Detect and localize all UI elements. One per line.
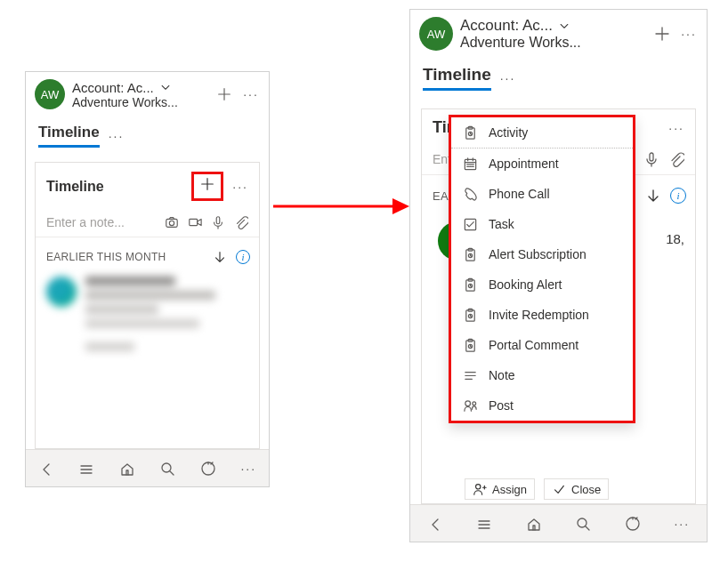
blurred-text — [85, 277, 248, 351]
header-title[interactable]: Account: Ac... — [460, 17, 553, 35]
clipboard-icon — [462, 337, 478, 353]
dropdown-item-label: Note — [489, 368, 515, 382]
post-icon — [462, 397, 478, 413]
nav-explore-button[interactable] — [198, 461, 219, 477]
dropdown-item-post[interactable]: Post — [451, 390, 633, 421]
mic-icon[interactable] — [211, 215, 225, 229]
dropdown-item-label: Task — [489, 217, 514, 231]
callout-arrow — [271, 196, 409, 217]
timeline-overflow-button[interactable]: ··· — [232, 180, 248, 194]
mobile-screenshot-closed: AW Account: Ac... Adventure Works... ···… — [25, 71, 270, 487]
tabs-overflow-button[interactable]: ··· — [500, 71, 516, 85]
clipboard-icon — [462, 277, 478, 293]
nav-back-button[interactable] — [36, 461, 57, 477]
nav-menu-button[interactable] — [76, 461, 97, 477]
dropdown-item-note[interactable]: Note — [451, 360, 633, 390]
header-add-button[interactable] — [215, 85, 233, 103]
bottom-nav: ··· — [26, 449, 269, 486]
chevron-down-icon[interactable] — [159, 81, 172, 93]
dropdown-item-invite-redemption[interactable]: Invite Redemption — [451, 300, 633, 330]
bottom-nav: ··· — [410, 504, 707, 542]
camera-icon[interactable] — [165, 215, 179, 229]
sort-down-icon[interactable] — [213, 250, 227, 264]
timeline-card: Timeline ··· Enter a note... EARLIER THI… — [35, 162, 260, 449]
account-avatar[interactable]: AW — [35, 79, 65, 109]
header-subtitle: Adventure Works... — [460, 35, 646, 51]
note-input[interactable]: Enter a note... — [46, 215, 165, 229]
add-activity-dropdown: ActivityAppointmentPhone CallTaskAlert S… — [449, 115, 635, 423]
task-icon — [462, 216, 478, 232]
info-icon[interactable]: i — [236, 250, 250, 264]
header-subtitle: Adventure Works... — [72, 95, 208, 109]
section-tabs: Timeline ··· — [410, 56, 707, 91]
header-text: Account: Ac... Adventure Works... — [460, 17, 646, 51]
header: AW Account: Ac... Adventure Works... ··· — [26, 72, 269, 115]
dropdown-item-task[interactable]: Task — [451, 209, 633, 239]
timeline-item-blurred — [36, 269, 259, 358]
add-activity-button-highlighted[interactable] — [191, 172, 223, 201]
tab-timeline[interactable]: Timeline — [423, 65, 491, 91]
calendar-icon — [462, 156, 478, 172]
trailing-date-text: 18, — [666, 231, 684, 246]
dropdown-item-activity[interactable]: Activity — [451, 117, 633, 149]
section-tabs: Timeline ··· — [26, 115, 269, 148]
nav-back-button[interactable] — [425, 516, 446, 532]
close-label: Close — [571, 483, 601, 496]
sort-down-icon[interactable] — [645, 188, 661, 204]
check-icon — [552, 482, 566, 496]
assign-label: Assign — [492, 483, 527, 496]
clipboard-icon — [462, 124, 478, 140]
info-icon[interactable]: i — [670, 188, 686, 204]
dropdown-item-portal-comment[interactable]: Portal Comment — [451, 330, 633, 360]
note-icon — [462, 367, 478, 383]
timeline-card: Tim ··· Ente EAR i KA — [421, 108, 696, 504]
nav-menu-button[interactable] — [473, 516, 495, 532]
header-overflow-button[interactable]: ··· — [242, 85, 260, 103]
chevron-down-icon[interactable] — [558, 20, 570, 32]
mobile-screenshot-dropdown: AW Account: Ac... Adventure Works... ···… — [409, 9, 708, 542]
tab-timeline[interactable]: Timeline — [38, 124, 100, 148]
mic-icon[interactable] — [643, 151, 659, 167]
svg-marker-15 — [392, 198, 409, 214]
nav-overflow-button[interactable]: ··· — [671, 517, 692, 531]
clipboard-icon — [462, 307, 478, 323]
dropdown-item-label: Invite Redemption — [489, 308, 589, 322]
account-avatar[interactable]: AW — [419, 17, 453, 51]
header-text: Account: Ac... Adventure Works... — [72, 80, 208, 109]
dropdown-item-label: Booking Alert — [489, 277, 562, 292]
dropdown-item-label: Appointment — [489, 157, 559, 171]
video-icon[interactable] — [188, 215, 202, 229]
timeline-group-label: EARLIER THIS MONTH — [46, 251, 166, 263]
attachment-icon[interactable] — [668, 151, 684, 167]
dropdown-item-label: Activity — [489, 125, 528, 140]
nav-home-button[interactable] — [523, 516, 545, 532]
close-button[interactable]: Close — [544, 478, 609, 500]
phone-icon — [462, 186, 478, 202]
nav-overflow-button[interactable]: ··· — [238, 462, 259, 476]
header-overflow-button[interactable]: ··· — [680, 25, 698, 43]
timeline-overflow-button[interactable]: ··· — [668, 121, 684, 135]
avatar — [46, 277, 77, 307]
dropdown-item-appointment[interactable]: Appointment — [451, 149, 633, 179]
clipboard-icon — [462, 246, 478, 262]
nav-explore-button[interactable] — [622, 516, 643, 532]
dropdown-item-booking-alert[interactable]: Booking Alert — [451, 269, 633, 300]
tabs-overflow-button[interactable]: ··· — [109, 129, 125, 143]
dropdown-item-alert-subscription[interactable]: Alert Subscription — [451, 239, 633, 269]
dropdown-item-label: Phone Call — [489, 187, 550, 201]
nav-search-button[interactable] — [157, 461, 178, 477]
dropdown-item-label: Post — [489, 398, 514, 413]
assign-button[interactable]: Assign — [465, 478, 535, 500]
header-title[interactable]: Account: Ac... — [72, 80, 154, 95]
plus-icon — [199, 176, 215, 192]
action-buttons-row: Assign Close — [465, 478, 609, 500]
nav-home-button[interactable] — [117, 461, 138, 477]
nav-search-button[interactable] — [572, 516, 594, 532]
dropdown-item-label: Portal Comment — [489, 338, 578, 352]
attachment-icon[interactable] — [234, 215, 248, 229]
header-add-button[interactable] — [653, 25, 671, 43]
dropdown-item-phone-call[interactable]: Phone Call — [451, 179, 633, 209]
timeline-title: Timeline — [46, 179, 104, 195]
dropdown-item-label: Alert Subscription — [489, 247, 586, 261]
header: AW Account: Ac... Adventure Works... ··· — [410, 10, 707, 56]
